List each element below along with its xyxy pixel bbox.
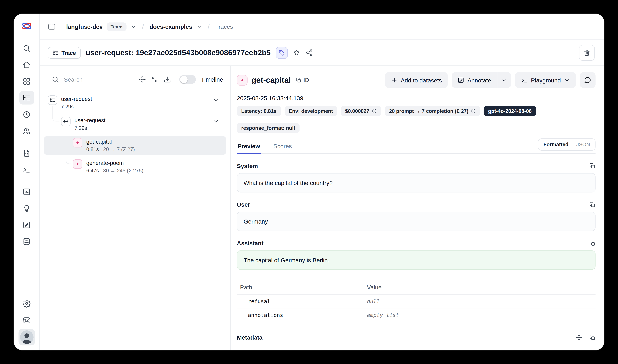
generation-icon (237, 75, 247, 85)
tree-node-user-request[interactable]: user-request 7.29s (44, 93, 226, 112)
chevron-down-icon (564, 77, 570, 83)
node-duration: 7.29s (74, 125, 87, 132)
project-chevron-down-icon[interactable] (196, 24, 202, 30)
playground-icon[interactable] (19, 163, 34, 176)
home-icon[interactable] (19, 58, 34, 71)
latency-badge: Latency: 0.81s (237, 106, 281, 116)
node-duration: 7.29s (61, 103, 74, 111)
table-header-row: Path Value (237, 280, 596, 295)
traces-icon[interactable] (19, 91, 34, 104)
observation-timestamp: 2025-08-25 16:33:44.139 (237, 95, 596, 101)
expand-collapse-icon[interactable] (138, 76, 146, 83)
prompts-icon[interactable] (19, 146, 34, 160)
section-label: Assistant (237, 240, 263, 246)
sidebar-toggle-icon[interactable] (48, 22, 56, 31)
search-input[interactable] (64, 76, 103, 83)
assistant-section-header: Assistant (237, 240, 596, 246)
column-header-value: Value (367, 280, 596, 294)
env-badge: Env: development (284, 106, 337, 116)
tab-scores[interactable]: Scores (273, 140, 293, 153)
tab-preview[interactable]: Preview (237, 140, 261, 153)
chevron-down-icon[interactable] (212, 118, 219, 125)
info-icon (372, 108, 377, 114)
tokens-badge[interactable]: 20 prompt → 7 completion (Σ 27) (385, 106, 480, 116)
format-toggle: Formatted JSON (538, 138, 596, 151)
tree-node-user-request-span[interactable]: user-request 7.29s (44, 115, 226, 134)
org-chevron-down-icon[interactable] (130, 24, 136, 30)
cost-badge[interactable]: $0.000027 (341, 106, 381, 116)
share-icon[interactable] (305, 49, 313, 56)
copy-icon[interactable] (589, 334, 596, 340)
icon-rail (14, 14, 40, 350)
tree-controls: Timeline (40, 72, 230, 86)
user-message-box: Germany (237, 212, 596, 231)
playground-button[interactable]: Playground (515, 72, 576, 88)
trace-icon (48, 95, 57, 105)
annotate-dropdown-button[interactable] (497, 72, 511, 88)
copy-icon[interactable] (589, 240, 596, 246)
annotate-button[interactable]: Annotate (452, 72, 497, 88)
node-label: generate-poem (86, 159, 143, 167)
node-tokens: 30 → 245 (Σ 275) (103, 167, 143, 174)
sessions-icon[interactable] (19, 108, 34, 121)
search-icon (52, 76, 59, 83)
add-to-datasets-button[interactable]: Add to datasets (385, 72, 448, 88)
trace-type-label: Trace (62, 50, 76, 56)
star-icon[interactable] (293, 49, 300, 56)
dashboards-icon[interactable] (19, 75, 34, 88)
support-icon[interactable] (19, 313, 34, 327)
org-name[interactable]: langfuse-dev (66, 23, 103, 30)
project-name[interactable]: docs-examples (150, 23, 192, 30)
copy-icon[interactable] (589, 163, 596, 169)
observation-badges: Latency: 0.81s Env: development $0.00002… (237, 106, 596, 133)
format-formatted[interactable]: Formatted (540, 140, 572, 149)
id-label: ID (304, 77, 309, 83)
generation-icon (73, 138, 82, 147)
timeline-toggle-label: Timeline (201, 76, 223, 83)
tree-node-generate-poem[interactable]: generate-poem 6.47s 30 → 245 (Σ 275) (44, 157, 226, 176)
user-avatar[interactable] (18, 329, 35, 346)
format-json[interactable]: JSON (572, 140, 594, 149)
node-duration: 6.47s (86, 167, 99, 174)
row-value: null (367, 295, 596, 308)
breadcrumb-section[interactable]: Traces (215, 23, 233, 30)
comments-button[interactable] (580, 72, 596, 88)
section-label: User (237, 201, 250, 208)
copy-id-button[interactable]: ID (296, 77, 309, 83)
view-settings-icon[interactable] (151, 76, 158, 83)
breadcrumb: langfuse-dev Team / docs-examples / Trac… (40, 14, 604, 40)
node-duration: 0.81s (86, 146, 99, 153)
evaluation-icon[interactable] (19, 185, 34, 198)
users-icon[interactable] (19, 124, 34, 138)
annotate-split-button: Annotate (452, 72, 511, 88)
terminal-icon (521, 77, 528, 83)
model-badge[interactable]: gpt-4o-2024-08-06 (484, 106, 536, 116)
node-tokens: 20 → 7 (Σ 27) (103, 146, 135, 153)
datasets-icon[interactable] (19, 235, 34, 248)
copy-icon[interactable] (589, 201, 596, 208)
node-label: user-request (61, 95, 92, 103)
chevron-down-icon[interactable] (212, 97, 219, 103)
tree-node-get-capital[interactable]: get-capital 0.81s 20 → 7 (Σ 27) (44, 136, 226, 155)
content-area: Timeline user-request 7.29s (40, 66, 604, 350)
table-row: refusal null (237, 295, 596, 308)
trace-tree: user-request 7.29s user-reques (40, 93, 230, 350)
timeline-toggle[interactable] (179, 75, 196, 84)
metadata-section-header: Metadata (237, 334, 596, 340)
section-label: System (237, 162, 258, 169)
langfuse-logo[interactable] (21, 20, 33, 32)
metadata-label: Metadata (237, 334, 262, 340)
table-row: annotations empty list (237, 308, 596, 322)
detail-actions: Add to datasets Annotate (385, 72, 595, 88)
delete-trace-button[interactable] (579, 45, 595, 61)
insights-icon[interactable] (19, 201, 34, 215)
detail-header: get-capital ID Add to datasets (237, 72, 596, 88)
tag-icon[interactable] (276, 47, 288, 59)
settings-icon[interactable] (19, 297, 34, 310)
download-icon[interactable] (164, 76, 171, 83)
annotations-icon[interactable] (19, 218, 34, 232)
node-label: user-request (74, 117, 105, 124)
breadcrumb-separator: / (206, 22, 211, 31)
drag-handle-icon[interactable] (576, 334, 582, 340)
search-icon[interactable] (19, 41, 34, 55)
